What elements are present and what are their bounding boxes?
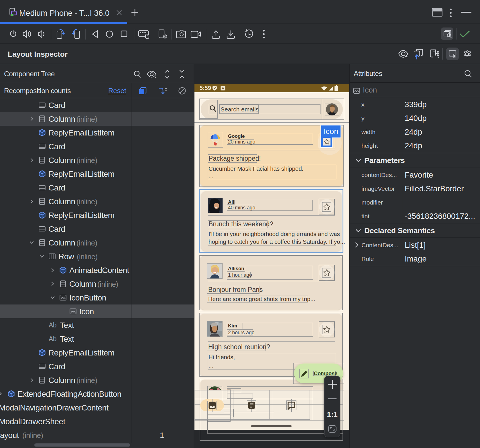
svg-text:A: A (222, 87, 224, 90)
